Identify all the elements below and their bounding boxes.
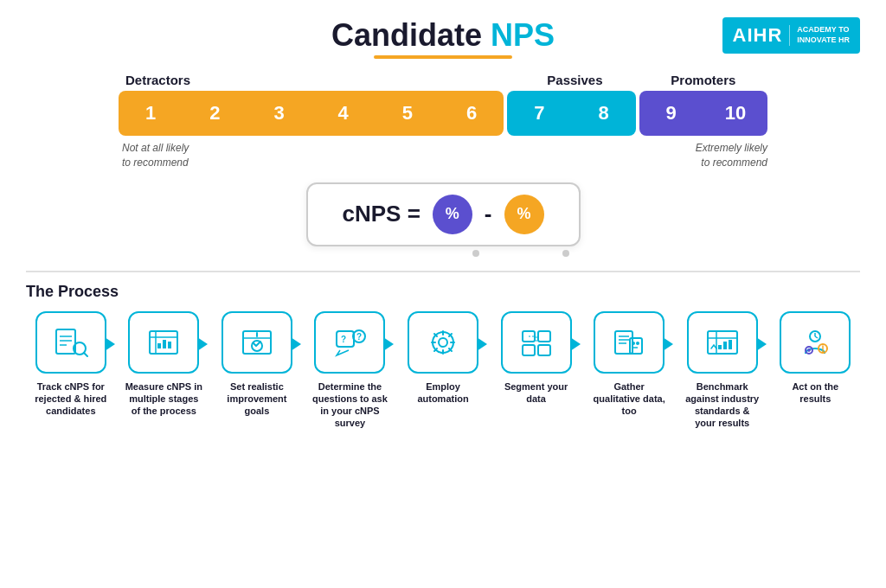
step-icon-qualitative <box>611 324 647 361</box>
svg-text:?: ? <box>341 335 346 344</box>
svg-point-41 <box>632 342 635 345</box>
step-icon-automation <box>425 324 461 361</box>
process-step-1: Track cNPS for rejected & hired candidat… <box>26 311 116 418</box>
step-arrow-7 <box>663 337 673 351</box>
nps-scale-section: Detractors Passives Promoters 1 2 3 4 5 … <box>26 73 860 170</box>
step-arrow-8 <box>756 337 767 351</box>
scale-num-3: 3 <box>247 91 311 136</box>
formula-detractors-badge: % <box>504 195 544 234</box>
process-step-6: Segment your data <box>491 311 581 406</box>
step-label-8: Benchmark against industry standards & y… <box>684 380 761 430</box>
step-label-7: Gather qualitative data, too <box>590 380 668 418</box>
scale-num-9: 9 <box>639 91 703 136</box>
step-icon-wrapper-3 <box>222 311 292 374</box>
process-step-7: Gather qualitative data, too <box>584 311 674 418</box>
passives-label: Passives <box>510 73 639 87</box>
step-icon-wrapper-8 <box>687 311 758 374</box>
step-icon-wrapper-4: ? ? <box>314 311 385 374</box>
step-arrow-5 <box>477 337 487 351</box>
formula-minus: - <box>485 201 492 227</box>
step-icon-act <box>797 324 833 361</box>
svg-rect-32 <box>523 345 535 355</box>
step-label-6: Segment your data <box>498 380 575 406</box>
step-arrow-3 <box>291 337 301 351</box>
page-title: Candidate NPS <box>331 17 555 54</box>
svg-rect-33 <box>538 345 550 355</box>
step-label-4: Determine the questions to ask in your c… <box>311 380 388 430</box>
step-label-2: Measure cNPS in multiple stages of the p… <box>125 380 202 418</box>
step-icon-goals <box>239 324 275 361</box>
step-label-9: Act on the results <box>776 380 854 406</box>
step-icon-wrapper-6 <box>501 311 572 374</box>
step-label-1: Track cNPS for rejected & hired candidat… <box>32 380 110 418</box>
process-section: The Process Track cNPS for rejected & hi… <box>26 271 860 430</box>
svg-rect-0 <box>56 329 75 354</box>
step-icon-questions: ? ? <box>331 324 368 361</box>
formula-dot-1 <box>472 250 479 257</box>
process-step-5: Employ automation <box>398 311 488 406</box>
svg-point-55 <box>822 350 824 352</box>
formula-promoters-badge: % <box>433 195 472 234</box>
step-label-5: Employ automation <box>404 380 482 406</box>
scale-footer: Not at all likelyto recommend Extremely … <box>119 141 767 170</box>
process-step-3: Set realistic improvement goals <box>212 311 302 418</box>
step-arrow-1 <box>105 337 115 351</box>
aihr-logo: AIHR ACADEMY TOINNOVATE HR <box>722 17 860 54</box>
svg-point-42 <box>636 342 639 345</box>
scale-num-1: 1 <box>119 91 183 136</box>
svg-text:?: ? <box>356 332 362 342</box>
scale-labels: Detractors Passives Promoters <box>119 73 767 87</box>
step-icon-measure <box>145 324 182 361</box>
svg-rect-48 <box>723 342 727 349</box>
step-icon-track <box>53 324 89 361</box>
scale-num-2: 2 <box>183 91 247 136</box>
process-step-4: ? ? Determine the questions to ask in yo… <box>305 311 395 430</box>
scale-num-10: 10 <box>703 91 767 136</box>
step-icon-benchmark <box>704 324 741 361</box>
title-underline <box>374 55 512 59</box>
scale-num-4: 4 <box>311 91 376 136</box>
process-title: The Process <box>26 283 860 301</box>
svg-line-52 <box>815 336 818 338</box>
page-wrapper: Candidate NPS AIHR ACADEMY TOINNOVATE HR… <box>0 0 886 588</box>
scale-footer-right: Extremely likelyto recommend <box>510 141 767 170</box>
process-step-2: Measure cNPS in multiple stages of the p… <box>119 311 209 418</box>
formula-dots <box>317 250 569 257</box>
promoters-label: Promoters <box>639 73 767 87</box>
scale-num-8: 8 <box>571 91 635 136</box>
svg-rect-44 <box>708 331 737 354</box>
svg-rect-11 <box>168 342 171 348</box>
scale-footer-left: Not at all likelyto recommend <box>119 141 510 170</box>
svg-rect-9 <box>157 343 161 348</box>
step-icon-wrapper-9 <box>780 311 851 374</box>
step-icon-wrapper-2 <box>128 311 199 374</box>
header: Candidate NPS AIHR ACADEMY TOINNOVATE HR <box>26 17 860 54</box>
svg-point-21 <box>439 338 447 347</box>
scale-bar: 1 2 3 4 5 6 7 8 9 10 <box>119 91 767 136</box>
promoters-bar: 9 10 <box>639 91 767 136</box>
detractors-label: Detractors <box>119 73 510 87</box>
scale-num-5: 5 <box>376 91 440 136</box>
formula-dot-2 <box>562 250 569 257</box>
formula-label: cNPS = <box>343 201 421 227</box>
step-icon-wrapper-7 <box>594 311 664 374</box>
svg-rect-31 <box>538 331 550 342</box>
svg-line-5 <box>84 353 87 356</box>
scale-num-6: 6 <box>440 91 504 136</box>
step-arrow-2 <box>197 337 208 351</box>
step-arrow-4 <box>383 337 394 351</box>
formula-section: cNPS = % - % <box>26 182 860 257</box>
process-step-8: Benchmark against industry standards & y… <box>677 311 767 430</box>
step-icon-wrapper-1 <box>35 311 106 374</box>
step-icon-wrapper-5 <box>408 311 478 374</box>
svg-rect-10 <box>163 340 166 348</box>
passives-bar: 7 8 <box>507 91 635 136</box>
detractors-bar: 1 2 3 4 5 6 <box>119 91 504 136</box>
svg-rect-49 <box>729 340 732 349</box>
step-arrow-6 <box>570 337 581 351</box>
svg-rect-47 <box>718 345 722 349</box>
step-label-3: Set realistic improvement goals <box>218 380 296 418</box>
process-steps: Track cNPS for rejected & hired candidat… <box>26 311 860 430</box>
step-icon-segment <box>518 324 555 361</box>
formula-box: cNPS = % - % <box>306 182 581 246</box>
